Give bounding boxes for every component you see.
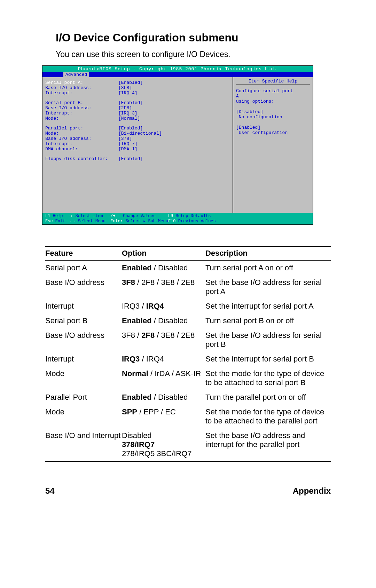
table-row: Base I/O and InterruptDisabled378/IRQ727… — [45, 428, 331, 461]
table-row: InterruptIRQ3 / IRQ4Set the interrupt fo… — [45, 352, 331, 366]
bios-help-pane: Item Specific Help Configure serial port… — [233, 77, 313, 213]
bios-row: Serial port B:[Enabled] — [45, 100, 230, 105]
table-row: Serial port BEnabled / DisabledTurn seri… — [45, 313, 331, 328]
table-header: Feature Option Description — [45, 249, 331, 261]
cell-option: Enabled / Disabled — [122, 316, 205, 325]
cell-option: Disabled378/IRQ7278/IRQ5 3BC/IRQ7 — [122, 431, 205, 458]
bios-row: Base I/O address:[3F8] — [45, 85, 230, 90]
cell-description: Set the base I/O address for serial port… — [205, 278, 331, 296]
bios-row: Interrupt:[IRQ 7] — [45, 141, 230, 146]
feature-table: Feature Option Description Serial port A… — [45, 249, 331, 461]
bios-row: Serial port A:[Enabled] — [45, 80, 230, 85]
cell-option: 3F8 / 2F8 / 3E8 / 2E8 — [122, 278, 205, 296]
table-row: ModeSPP / EPP / ECSet the mode for the t… — [45, 405, 331, 428]
cell-option: 3F8 / 2F8 / 3E8 / 2E8 — [122, 331, 205, 349]
cell-description: Set the mode for the type of device to b… — [205, 407, 331, 426]
table-row: Parallel PortEnabled / DisabledTurn the … — [45, 390, 331, 405]
table-row: InterruptIRQ3 / IRQ4Set the interrupt fo… — [45, 299, 331, 313]
bios-row: DMA channel:[DMA 1] — [45, 146, 230, 152]
table-row: Serial port AEnabled / DisabledTurn seri… — [45, 261, 331, 275]
table-row: Base I/O address3F8 / 2F8 / 3E8 / 2E8Set… — [45, 275, 331, 299]
cell-description: Set the interrupt for serial port A — [205, 302, 331, 311]
bios-row: Mode:[Normal] — [45, 116, 230, 121]
cell-description: Set the base I/O address and interrupt f… — [205, 431, 331, 458]
bios-settings-pane: Serial port A:[Enabled]Base I/O address:… — [42, 77, 233, 213]
cell-option: IRQ3 / IRQ4 — [122, 302, 205, 311]
bios-row: Interrupt:[IRQ 3] — [45, 111, 230, 116]
bios-menubar: Advanced — [42, 72, 313, 77]
bios-titlebar: PhoenixBIOS Setup - Copyright 1985-2001 … — [42, 66, 313, 72]
cell-feature: Serial port A — [45, 263, 122, 272]
bios-row: Mode:[Bi-directional] — [45, 131, 230, 136]
bios-screenshot: PhoenixBIOS Setup - Copyright 1985-2001 … — [42, 65, 313, 225]
cell-feature: Serial port B — [45, 316, 122, 325]
cell-description: Set the interrupt for serial port B — [205, 355, 331, 364]
cell-description: Set the base I/O address for serial port… — [205, 331, 331, 349]
th-option: Option — [122, 249, 205, 258]
intro-text: You can use this screen to configure I/O… — [38, 50, 338, 59]
table-row: Base I/O address3F8 / 2F8 / 3E8 / 2E8Set… — [45, 328, 331, 352]
cell-description: Turn serial port B on or off — [205, 316, 331, 325]
bios-row: Parallel port:[Enabled] — [45, 126, 230, 131]
bios-help-body: Configure serial port A using options: [… — [236, 88, 310, 135]
th-description: Description — [205, 249, 331, 258]
cell-option: SPP / EPP / EC — [122, 407, 205, 426]
cell-feature: Interrupt — [45, 302, 122, 311]
bios-help-title: Item Specific Help — [236, 79, 310, 85]
cell-feature: Mode — [45, 407, 122, 426]
cell-feature: Base I/O and Interrupt — [45, 431, 122, 458]
bios-tab-advanced: Advanced — [63, 72, 89, 77]
cell-feature: Interrupt — [45, 355, 122, 364]
section-label: Appendix — [293, 486, 331, 496]
bios-footer: F1 Help ↑↓ Select Item -/+ Change Values… — [42, 213, 313, 224]
page-heading: I/O Device Configuration submenu — [38, 31, 338, 44]
cell-feature: Base I/O address — [45, 331, 122, 349]
page-number: 54 — [45, 486, 55, 496]
cell-feature: Parallel Port — [45, 393, 122, 402]
cell-feature: Mode — [45, 369, 122, 387]
bios-row: Floppy disk controller:[Enabled] — [45, 156, 230, 161]
th-feature: Feature — [45, 249, 122, 258]
table-row: ModeNormal / IrDA / ASK-IRSet the mode f… — [45, 366, 331, 390]
bios-row: Base I/O address:[378] — [45, 136, 230, 141]
bios-row: Base I/O address:[2F8] — [45, 105, 230, 111]
bios-row: Interrupt:[IRQ 4] — [45, 90, 230, 96]
cell-option: Enabled / Disabled — [122, 263, 205, 272]
cell-description: Turn the parallel port on or off — [205, 393, 331, 402]
cell-option: Normal / IrDA / ASK-IR — [122, 369, 205, 387]
cell-description: Set the mode for the type of device to b… — [205, 369, 331, 387]
cell-option: IRQ3 / IRQ4 — [122, 355, 205, 364]
cell-description: Turn serial port A on or off — [205, 263, 331, 272]
cell-feature: Base I/O address — [45, 278, 122, 296]
cell-option: Enabled / Disabled — [122, 393, 205, 402]
